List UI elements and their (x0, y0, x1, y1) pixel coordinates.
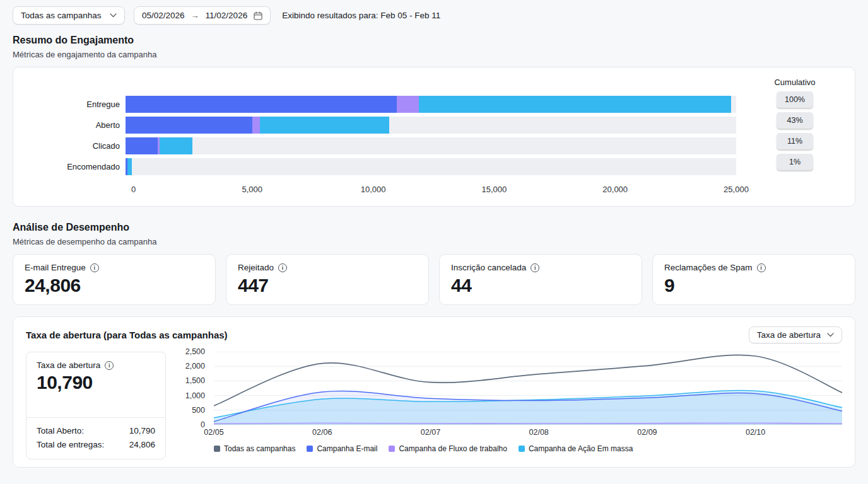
stat-card-spam: Reclamações de Spam 9 (652, 254, 855, 305)
engagement-bar-chart: EntregueAbertoClicadoEncomendado05,00010… (26, 78, 736, 196)
bar-segment[interactable] (126, 96, 397, 113)
date-start-value[interactable]: 05/02/2026 (142, 11, 185, 20)
open-rate-summary: Taxa de abertura 10,790 Total Aberto: 10… (26, 352, 166, 459)
summary-row: Total Aberto: 10,790 (37, 424, 155, 438)
stat-card-bounced: Rejeitado 447 (226, 254, 429, 305)
legend-swatch-icon (307, 446, 313, 452)
y-tick-label: 2,000 (185, 362, 205, 371)
legend-item[interactable]: Todas as campanhas (214, 444, 295, 453)
legend-label: Campanha de Ação Em massa (529, 444, 633, 453)
y-tick-label: 1,500 (185, 376, 205, 385)
stat-label: E-mail Entregue (25, 263, 86, 272)
stat-label: Inscrição cancelada (451, 263, 526, 272)
bar-track (126, 158, 736, 175)
arrow-right-icon: → (191, 11, 199, 20)
chevron-down-icon (827, 333, 834, 337)
cumulative-badge: 11% (777, 133, 813, 149)
x-tick-label: 0 (131, 185, 136, 194)
legend-item[interactable]: Campanha E-mail (307, 444, 377, 453)
open-rate-title: Taxa de abertura (para Todas as campanha… (26, 330, 228, 340)
y-axis-labels: 05001,0001,5002,0002,500 (182, 352, 209, 425)
x-tick-label: 10,000 (361, 185, 386, 194)
x-tick-label: 02/05 (204, 428, 223, 437)
stat-card-delivered: E-mail Entregue 24,806 (13, 254, 216, 305)
bar-row: Clicado (26, 135, 736, 156)
bar-segment[interactable] (260, 117, 389, 134)
legend-label: Campanha de Fluxo de trabalho (399, 444, 507, 453)
legend-label: Campanha E-mail (317, 444, 377, 453)
summary-value: 10,790 (37, 372, 155, 393)
summary-row-value: 10,790 (129, 424, 155, 438)
campaign-select-value: Todas as campanhas (21, 11, 103, 20)
bar-segment[interactable] (252, 117, 260, 134)
stat-value: 447 (238, 275, 417, 296)
bar-segment[interactable] (127, 158, 132, 175)
legend-item[interactable]: Campanha de Fluxo de trabalho (389, 444, 507, 453)
summary-label: Taxa de abertura (37, 360, 100, 370)
info-icon[interactable] (90, 263, 99, 272)
campaign-select[interactable]: Todas as campanhas (13, 6, 125, 25)
info-icon[interactable] (105, 361, 114, 370)
bar-track (126, 96, 736, 113)
calendar-icon[interactable] (254, 11, 262, 20)
stat-label: Reclamações de Spam (664, 263, 753, 272)
cumulative-label: Cumulativo (765, 78, 824, 87)
bar-category-label: Entregue (26, 100, 126, 109)
stat-value: 24,806 (25, 275, 204, 296)
engagement-subtitle: Métricas de engajamento da campanha (13, 50, 855, 59)
legend-item[interactable]: Campanha de Ação Em massa (519, 444, 633, 453)
x-tick-label: 02/09 (637, 428, 657, 437)
performance-title: Análise de Desempenho (13, 222, 855, 233)
bar-track (126, 117, 736, 134)
date-range-picker[interactable]: 05/02/2026 → 11/02/2026 (134, 6, 271, 25)
x-tick-label: 20,000 (602, 185, 628, 194)
stat-value: 44 (451, 275, 630, 296)
metric-select[interactable]: Taxa de abertura (749, 326, 842, 343)
y-tick-label: 500 (192, 406, 205, 415)
bar-segment[interactable] (126, 137, 158, 154)
bar-segment[interactable] (397, 96, 419, 113)
bar-category-label: Encomendado (26, 162, 126, 171)
x-axis-labels: 02/0502/0602/0702/0802/0902/10 (214, 428, 842, 439)
performance-cards: E-mail Entregue 24,806 Rejeitado 447 Ins… (13, 254, 855, 305)
x-tick-label: 15,000 (482, 185, 507, 194)
chart-legend: Todas as campanhasCampanha E-mailCampanh… (214, 444, 842, 453)
bar-row: Encomendado (26, 156, 736, 177)
summary-row-label: Total de entregas: (37, 438, 104, 452)
chevron-down-icon (110, 13, 117, 18)
open-rate-card: Taxa de abertura (para Todas as campanha… (13, 316, 855, 468)
x-tick-label: 5,000 (242, 185, 263, 194)
bar-segment[interactable] (419, 96, 732, 113)
bar-segment[interactable] (160, 137, 192, 154)
x-tick-label: 02/08 (529, 428, 549, 437)
x-tick-label: 02/06 (312, 428, 332, 437)
bar-x-axis: 05,00010,00015,00020,00025,000 (131, 185, 736, 196)
bar-segment[interactable] (126, 117, 252, 134)
x-tick-label: 02/07 (421, 428, 440, 437)
cumulative-column: Cumulativo 100%43%11%1% (765, 78, 824, 196)
performance-subtitle: Métricas de desempenho da campanha (13, 237, 855, 246)
bar-row: Aberto (26, 115, 736, 135)
info-icon[interactable] (278, 263, 287, 272)
engagement-card: EntregueAbertoClicadoEncomendado05,00010… (13, 67, 855, 207)
bar-category-label: Aberto (26, 120, 126, 130)
info-icon[interactable] (757, 263, 766, 272)
legend-label: Todas as campanhas (224, 444, 295, 453)
engagement-title: Resumo do Engajamento (13, 35, 855, 46)
cumulative-badge: 100% (777, 91, 813, 108)
y-tick-label: 2,500 (185, 347, 205, 356)
legend-swatch-icon (389, 446, 395, 452)
topbar: Todas as campanhas 05/02/2026 → 11/02/20… (13, 6, 855, 25)
bar-track (126, 137, 736, 154)
summary-row-value: 24,806 (129, 438, 155, 452)
legend-swatch-icon (519, 446, 525, 452)
x-tick-label: 25,000 (724, 185, 749, 194)
summary-row-label: Total Aberto: (37, 424, 84, 438)
bar-category-label: Clicado (26, 141, 126, 151)
info-icon[interactable] (531, 263, 539, 272)
results-summary: Exibindo resultados para: Feb 05 - Feb 1… (282, 11, 440, 20)
stat-card-unsubscribed: Inscrição cancelada 44 (439, 254, 642, 305)
stat-label: Rejeitado (238, 263, 274, 272)
date-end-value[interactable]: 11/02/2026 (206, 11, 248, 20)
stat-value: 9 (664, 275, 843, 296)
